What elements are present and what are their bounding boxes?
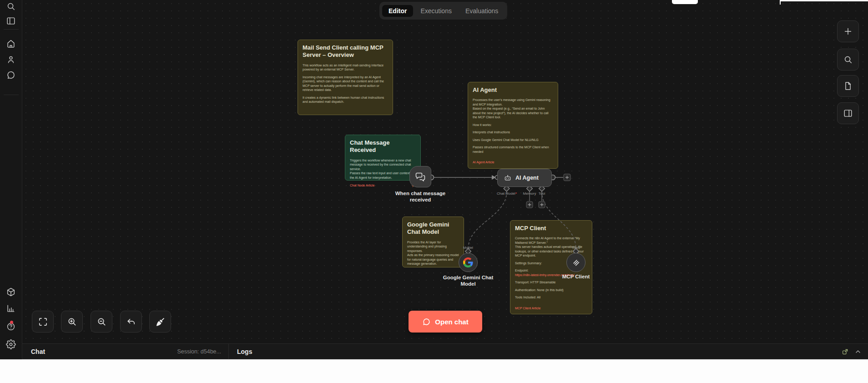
bar-chart-icon [6, 303, 16, 313]
topright-white-edge [780, 0, 868, 1]
zoom-to-fit-button[interactable] [32, 311, 54, 333]
tab-executions[interactable]: Executions [414, 5, 458, 17]
chat-node-article-link[interactable]: Chat Node Article [350, 183, 374, 188]
sidebar-search-button[interactable] [6, 1, 16, 11]
note-title: Mail Send Client calling MCP Server – Ov… [303, 44, 388, 59]
node-label-chat-trigger: When chat message received [392, 191, 449, 203]
note-paragraph: Processes the user's message using Gemin… [473, 98, 553, 106]
add-connection-button [564, 174, 570, 181]
undo-button[interactable] [120, 311, 142, 333]
chevron-up-icon[interactable] [854, 348, 862, 355]
node-label-mcp: MCP Client [549, 274, 603, 280]
add-tool-button [539, 202, 545, 208]
endpoint-label: Endpoint: [515, 269, 529, 272]
bottom-white-strip [0, 359, 868, 383]
chat-logs-panel-header: Chat Session: d54be... Logs [22, 343, 868, 359]
note-paragraph: Interprets chat instructions [473, 130, 553, 135]
search-icon [6, 1, 16, 11]
package-icon [6, 287, 16, 297]
mcp-client-article-link[interactable]: MCP Client Article [515, 306, 540, 311]
panel-left-icon [6, 16, 16, 26]
chat-bubbles-icon [415, 171, 426, 182]
search-nodes-button[interactable] [837, 49, 859, 71]
sidebar-insights-button[interactable] [6, 303, 16, 313]
note-paragraph: Transport: HTTP Streamable [515, 280, 587, 285]
toggle-right-panel-button[interactable] [837, 102, 859, 124]
note-paragraph: Acts as the primary reasoning model for … [407, 253, 459, 266]
sidebar-personal-button[interactable] [6, 55, 16, 65]
robot-icon [504, 174, 512, 182]
sidebar-collapse-button[interactable] [6, 16, 16, 26]
sidebar-home-button[interactable] [6, 39, 16, 49]
port-label-tool: Tool [534, 192, 550, 196]
sticky-note-button[interactable] [837, 75, 859, 97]
note-paragraph: Provides the AI layer for understanding … [407, 240, 459, 253]
chat-panel-title: Chat [31, 348, 45, 355]
sidebar-chat-button[interactable] [6, 70, 16, 80]
tidy-up-button[interactable] [149, 311, 171, 333]
note-paragraph: It creates a dynamic link between human … [303, 96, 388, 104]
note-paragraph: Uses Google Gemini Chat Model for NLU/NL… [473, 138, 553, 142]
node-ai-agent[interactable]: AI Agent [497, 169, 552, 187]
note-title: Google Gemini Chat Model [407, 221, 459, 236]
ai-agent-article-link[interactable]: AI Agent Article [473, 160, 494, 165]
sticky-note-gemini-model[interactable]: Google Gemini Chat Model Provides the AI… [402, 217, 464, 267]
home-icon [6, 39, 16, 49]
node-label-gemini: Google Gemini Chat Model [436, 275, 500, 287]
open-chat-button[interactable]: Open chat [409, 311, 482, 333]
pop-out-icon[interactable] [842, 348, 849, 355]
session-id: Session: d54be... [177, 348, 221, 355]
broom-icon [155, 317, 166, 327]
tab-editor[interactable]: Editor [382, 5, 413, 17]
logs-panel-header[interactable]: Logs [229, 344, 868, 359]
sidebar-settings-button[interactable] [6, 339, 16, 349]
topright-white-edge-v [780, 0, 781, 5]
note-paragraph: Tools Included: All [515, 295, 587, 300]
view-tabbar: Editor Executions Evaluations [379, 2, 507, 20]
sticky-note-ai-agent[interactable]: AI Agent Processes the user's message us… [468, 82, 558, 169]
node-google-gemini-chat-model[interactable] [459, 253, 478, 272]
app-sidebar [0, 0, 22, 359]
user-icon [6, 55, 16, 65]
add-memory-button [526, 202, 533, 208]
search-icon [843, 55, 853, 65]
tab-evaluations[interactable]: Evaluations [459, 5, 505, 17]
chat-bubble-icon [422, 317, 431, 326]
zoom-in-button[interactable] [61, 311, 83, 333]
sticky-note-overview[interactable]: Mail Send Client calling MCP Server – Ov… [298, 40, 393, 115]
zoom-out-icon [96, 317, 107, 327]
notification-dot [10, 321, 13, 324]
gear-icon [6, 339, 16, 349]
sidebar-divider [4, 29, 19, 30]
required-marker: * [515, 192, 517, 196]
node-mcp-client[interactable] [566, 253, 585, 272]
mcp-icon [572, 258, 580, 267]
sidebar-help-button[interactable] [6, 322, 16, 332]
plus-icon [843, 26, 853, 36]
add-node-button[interactable] [837, 20, 859, 42]
workflow-canvas[interactable] [22, 0, 868, 343]
note-paragraph: Triggers the workflow whenever a new cha… [350, 158, 416, 171]
node-title: AI Agent [515, 175, 539, 181]
note-title: Chat Message Received [350, 139, 416, 154]
note-paragraph: Incoming chat messages are interpreted b… [303, 75, 388, 92]
file-icon [843, 81, 853, 91]
chat-panel-header[interactable]: Chat Session: d54be... [22, 344, 228, 359]
note-paragraph: This workflow acts as an intelligent mai… [303, 63, 388, 72]
google-logo-icon [463, 257, 473, 267]
note-paragraph: Passes the raw text input and user conte… [350, 171, 416, 180]
port-label-model: Model [457, 246, 479, 250]
note-paragraph: Authentication: None (in this build) [515, 288, 587, 292]
sidebar-templates-button[interactable] [6, 287, 16, 297]
port-label-chat-model: Chat Model* [492, 192, 521, 196]
port-label-tools: Tools [565, 246, 587, 250]
zoom-out-button[interactable] [91, 311, 112, 333]
n8n-workflow-editor: Mail Send Client calling MCP Server – Ov… [0, 0, 868, 383]
zoom-in-icon [67, 317, 77, 327]
logs-panel-title: Logs [237, 348, 252, 355]
sidebar-divider [4, 95, 19, 95]
note-paragraph: Connects the n8n AI Agent to the externa… [515, 236, 587, 245]
note-paragraph: Based on the request (e.g., “Send an ema… [473, 106, 553, 120]
node-chat-trigger[interactable] [409, 166, 431, 187]
open-chat-label: Open chat [435, 318, 468, 326]
